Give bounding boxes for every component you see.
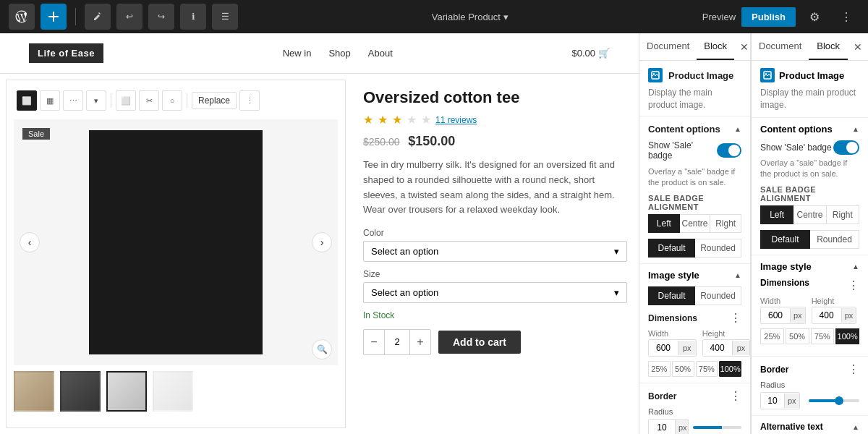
- right-radius-slider[interactable]: [809, 399, 859, 402]
- right-sale-badge-alignment-label: SALE BADGE ALIGNMENT: [752, 185, 868, 205]
- quantity-decrease-button[interactable]: −: [364, 330, 384, 354]
- info-button[interactable]: ℹ: [180, 4, 206, 30]
- middle-pct-75[interactable]: 75%: [696, 361, 718, 377]
- product-image-title-row: Product Image: [648, 68, 741, 82]
- middle-badge-default-button[interactable]: Default: [648, 239, 695, 258]
- thumbnail-2[interactable]: [60, 371, 101, 412]
- variable-product-selector[interactable]: Variable Product ▾: [432, 12, 509, 22]
- middle-image-style-chevron: ▲: [734, 271, 741, 279]
- middle-width-field: px: [648, 339, 697, 357]
- right-tab-block[interactable]: Block: [809, 33, 848, 60]
- wordpress-logo[interactable]: [9, 4, 35, 30]
- image-view-full-button[interactable]: ⬜: [17, 90, 37, 111]
- middle-width-input[interactable]: [649, 340, 678, 356]
- image-circle-button[interactable]: ○: [162, 90, 182, 111]
- middle-panel-close-button[interactable]: ✕: [734, 35, 751, 59]
- image-crop2-button[interactable]: ✂: [139, 90, 159, 111]
- nav-shop[interactable]: Shop: [328, 48, 350, 59]
- size-select[interactable]: Select an option ▾: [363, 282, 627, 303]
- store-cart[interactable]: $0.00 🛒: [571, 48, 610, 59]
- right-alt-text-header[interactable]: Alternative text ▲: [760, 416, 859, 434]
- right-radius-input[interactable]: [761, 393, 784, 409]
- right-alt-text-title: Alternative text: [760, 422, 823, 432]
- right-width-input[interactable]: [761, 307, 790, 323]
- middle-border-more-button[interactable]: ⋮: [730, 389, 741, 403]
- zoom-button[interactable]: 🔍: [312, 339, 332, 359]
- middle-image-style-header[interactable]: Image style ▲: [639, 263, 750, 286]
- redo-button[interactable]: ↪: [148, 4, 174, 30]
- right-align-left-button[interactable]: Left: [760, 205, 793, 224]
- right-panel-close-button[interactable]: ✕: [848, 35, 868, 59]
- thumbnail-3[interactable]: [106, 371, 147, 412]
- right-align-right-button[interactable]: Right: [827, 205, 859, 224]
- next-image-button[interactable]: ›: [312, 232, 332, 252]
- middle-pct-100[interactable]: 100%: [719, 361, 741, 377]
- right-pct-25[interactable]: 25%: [760, 328, 784, 344]
- undo-button[interactable]: ↩: [116, 4, 142, 30]
- image-grid-button[interactable]: ⋯: [63, 90, 83, 111]
- middle-tab-block[interactable]: Block: [697, 33, 734, 60]
- middle-height-input[interactable]: [703, 340, 732, 356]
- cart-icon: 🛒: [598, 48, 610, 59]
- middle-image-default-button[interactable]: Default: [648, 286, 695, 305]
- right-align-centre-button[interactable]: Centre: [793, 205, 826, 224]
- right-width-wrap: Width px: [760, 297, 806, 324]
- store-nav: New in Shop About: [283, 48, 393, 59]
- store-header: Life of Ease New in Shop About $0.00 🛒: [0, 33, 639, 74]
- reviews-link[interactable]: 11 reviews: [435, 115, 477, 125]
- middle-radius-slider[interactable]: [693, 426, 741, 429]
- nav-about[interactable]: About: [368, 48, 393, 59]
- right-height-input[interactable]: [812, 307, 841, 323]
- right-content-options-chevron: ▲: [852, 125, 859, 133]
- prev-image-button[interactable]: ‹: [20, 232, 40, 252]
- middle-pct-50[interactable]: 50%: [672, 361, 694, 377]
- right-border-more-button[interactable]: ⋮: [848, 362, 859, 376]
- color-select[interactable]: Select an option ▾: [363, 241, 627, 262]
- middle-badge-rounded-button[interactable]: Rounded: [695, 239, 741, 258]
- image-align-button[interactable]: ⬜: [116, 90, 136, 111]
- right-sale-badge-toggle[interactable]: [833, 140, 859, 155]
- nav-new-in[interactable]: New in: [283, 48, 312, 59]
- right-pct-75[interactable]: 75%: [811, 328, 835, 344]
- image-more-button[interactable]: ⋮: [239, 90, 260, 111]
- add-to-cart-button[interactable]: Add to cart: [438, 331, 521, 354]
- dimensions-more-button[interactable]: ⋮: [730, 311, 741, 325]
- right-pct-50[interactable]: 50%: [786, 328, 809, 344]
- image-view-thumb-button[interactable]: ▦: [40, 90, 60, 111]
- publish-button[interactable]: Publish: [741, 7, 796, 27]
- middle-align-right-button[interactable]: Right: [710, 214, 741, 233]
- middle-tab-document[interactable]: Document: [639, 33, 697, 60]
- pen-tool-button[interactable]: [85, 4, 111, 30]
- right-image-style-header[interactable]: Image style ▲: [752, 255, 868, 278]
- middle-image-rounded-button[interactable]: Rounded: [695, 286, 741, 305]
- middle-dimensions-header: Dimensions ⋮: [648, 311, 741, 325]
- right-width-unit: px: [790, 308, 805, 323]
- right-pct-100[interactable]: 100%: [835, 328, 859, 344]
- replace-image-button[interactable]: Replace: [192, 92, 237, 109]
- more-options-button[interactable]: ⋮: [833, 4, 859, 30]
- settings-button[interactable]: ⚙: [801, 4, 827, 30]
- right-border-title: Border: [760, 365, 788, 375]
- right-height-unit: px: [841, 308, 856, 323]
- add-block-button[interactable]: [41, 4, 67, 30]
- middle-panel: Document Block ✕ Product Image Display t…: [639, 33, 751, 434]
- middle-content-options-header[interactable]: Content options ▲: [639, 116, 750, 140]
- middle-align-left-button[interactable]: Left: [648, 214, 680, 233]
- right-content-options-header[interactable]: Content options ▲: [752, 117, 868, 140]
- right-badge-default-button[interactable]: Default: [760, 230, 810, 249]
- middle-align-centre-button[interactable]: Centre: [680, 214, 711, 233]
- quantity-increase-button[interactable]: +: [410, 330, 430, 354]
- thumbnail-1[interactable]: [14, 371, 54, 412]
- list-view-button[interactable]: ☰: [212, 4, 238, 30]
- right-dimensions-more-button[interactable]: ⋮: [848, 278, 859, 292]
- right-tab-document[interactable]: Document: [752, 33, 809, 60]
- middle-sale-badge-helper: Overlay a "sale" badge if the product is…: [639, 166, 750, 195]
- right-badge-rounded-button[interactable]: Rounded: [810, 230, 859, 249]
- middle-pct-25[interactable]: 25%: [648, 361, 671, 377]
- right-product-image-header: Product Image: [752, 61, 868, 87]
- thumbnail-4[interactable]: [153, 371, 193, 412]
- image-crop-button[interactable]: ▾: [86, 90, 106, 111]
- middle-radius-input[interactable]: [649, 420, 675, 434]
- preview-button[interactable]: Preview: [702, 12, 736, 22]
- middle-sale-badge-toggle[interactable]: [717, 143, 741, 158]
